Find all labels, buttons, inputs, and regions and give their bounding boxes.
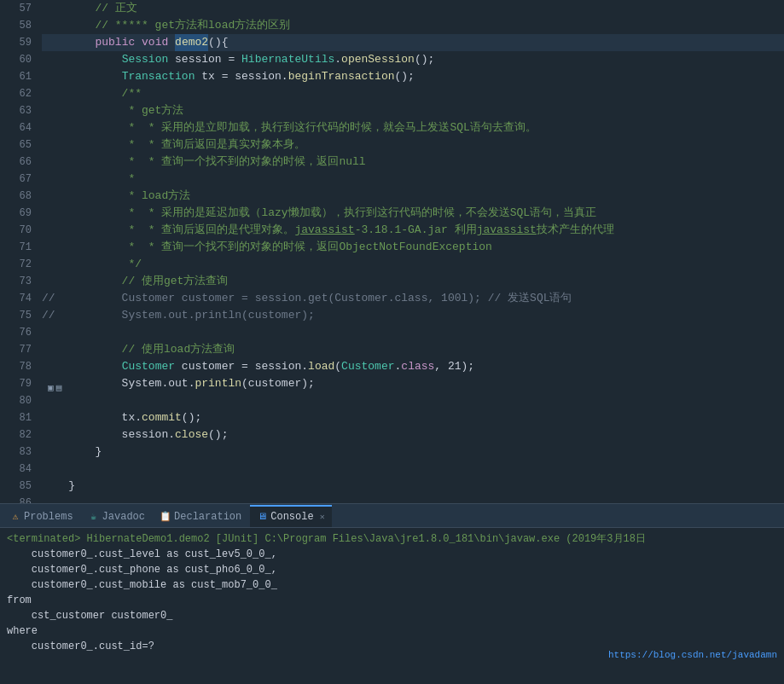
problems-icon: ⚠ <box>10 512 20 522</box>
javadoc-icon: ☕ <box>89 512 99 522</box>
code-line-73: // 使用get方法查询 <box>42 273 784 290</box>
line-numbers: 57 58 59 60 61 62 63 64 65 66 67 68 69 7… <box>0 0 38 503</box>
code-line-59: public void demo2(){ <box>42 34 784 51</box>
code-line-72: */ <box>42 256 784 273</box>
code-line-63: * get方法 <box>42 102 784 119</box>
code-line-86 <box>42 495 784 503</box>
code-line-61: Transaction tx = session.beginTransactio… <box>42 68 784 85</box>
tabs-bar: ⚠ Problems ☕ Javadoc 📋 Declaration 🖥 Con… <box>0 504 784 528</box>
declaration-icon: 📋 <box>160 512 171 522</box>
console-terminated-line: <terminated> HibernateDemo1.demo2 [JUnit… <box>7 531 777 547</box>
tab-console-label: Console <box>270 511 313 523</box>
code-line-67: * <box>42 171 784 188</box>
bottom-panel: ⚠ Problems ☕ Javadoc 📋 Declaration 🖥 Con… <box>0 503 784 684</box>
console-line-3: customer0_.cust_mobile as cust_mob7_0_0_ <box>7 577 777 593</box>
console-panel: <terminated> HibernateDemo1.demo2 [JUnit… <box>0 528 784 684</box>
code-line-81: tx.commit(); <box>42 409 784 426</box>
tab-problems-label: Problems <box>24 511 73 523</box>
console-output: <terminated> HibernateDemo1.demo2 [JUnit… <box>0 528 784 658</box>
console-close-icon[interactable]: ✕ <box>320 512 325 522</box>
tab-declaration-label: Declaration <box>174 511 241 523</box>
code-line-78: Customer customer = session.load(Custome… <box>42 358 784 375</box>
code-line-82: session.close(); <box>42 426 784 443</box>
console-line-2: customer0_.cust_phone as cust_pho6_0_0_, <box>7 562 777 577</box>
console-line-6: where <box>7 623 777 639</box>
console-line-4: from <box>7 593 777 608</box>
code-line-83: } <box>42 443 784 461</box>
code-line-69: * * 采用的是延迟加载（lazy懒加载），执行到这行代码的时候，不会发送SQL… <box>42 205 784 222</box>
code-line-79: System.out.println(customer); <box>42 375 784 392</box>
code-line-75: // System.out.println(customer); <box>42 307 784 324</box>
console-line-5: cst_customer customer0_ <box>7 608 777 623</box>
code-line-57: // 正文 <box>42 0 784 17</box>
code-line-85: } <box>42 478 784 495</box>
tab-javadoc-label: Javadoc <box>102 511 145 523</box>
console-line-1: customer0_.cust_level as cust_lev5_0_0_, <box>7 547 777 562</box>
code-line-65: * * 查询后返回是真实对象本身。 <box>42 136 784 154</box>
tab-console[interactable]: 🖥 Console ✕ <box>250 505 331 527</box>
code-line-80 <box>42 392 784 409</box>
code-line-64: * * 采用的是立即加载，执行到这行代码的时候，就会马上发送SQL语句去查询。 <box>42 119 784 136</box>
code-line-62: /** <box>42 85 784 102</box>
tab-declaration[interactable]: 📋 Declaration <box>154 505 248 527</box>
code-editor: 57 58 59 60 61 62 63 64 65 66 67 68 69 7… <box>0 0 784 503</box>
code-line-60: Session session = HibernateUtils.openSes… <box>42 51 784 68</box>
code-line-76 <box>42 324 784 341</box>
code-line-77: // 使用load方法查询 <box>42 341 784 358</box>
code-content[interactable]: // 正文 // ***** get方法和load方法的区别 public vo… <box>38 0 784 503</box>
editor-sidebar-icons: ▣ ▤ <box>48 382 61 393</box>
code-line-84 <box>42 461 784 478</box>
code-line-70: * * 查询后返回的是代理对象。javassist-3.18.1-GA.jar … <box>42 222 784 239</box>
code-line-74: // Customer customer = session.get(Custo… <box>42 290 784 307</box>
tab-problems[interactable]: ⚠ Problems <box>3 505 80 527</box>
console-icon: 🖥 <box>257 512 267 522</box>
csdn-url: https://blog.csdn.net/javadamn <box>608 650 777 660</box>
code-line-68: * load方法 <box>42 188 784 205</box>
tab-javadoc[interactable]: ☕ Javadoc <box>82 505 152 527</box>
code-line-58: // ***** get方法和load方法的区别 <box>42 17 784 34</box>
code-line-66: * * 查询一个找不到的对象的时候，返回null <box>42 154 784 171</box>
code-line-71: * * 查询一个找不到的对象的时候，返回ObjectNotFoundExcept… <box>42 239 784 256</box>
